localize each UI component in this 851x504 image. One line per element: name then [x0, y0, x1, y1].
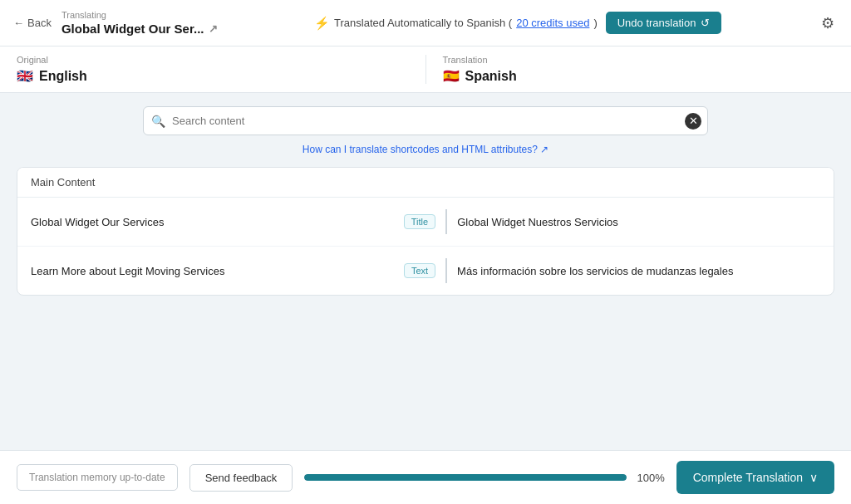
- shortcode-link[interactable]: How can I translate shortcodes and HTML …: [303, 144, 548, 155]
- translation-label: Translation: [443, 55, 835, 65]
- send-feedback-button[interactable]: Send feedback: [189, 464, 293, 492]
- type-badge-1: Title: [404, 214, 435, 229]
- translating-label: Translating: [61, 10, 219, 20]
- auto-translate-badge: ⚡ Translated Automatically to Spanish (2…: [314, 16, 598, 31]
- progress-bar-background: [304, 474, 627, 481]
- translation-memory-status: Translation memory up-to-date: [17, 464, 178, 491]
- footer: Translation memory up-to-date Send feedb…: [0, 450, 851, 504]
- external-link-icon[interactable]: ↗: [209, 22, 218, 35]
- row-divider-2: [445, 258, 447, 283]
- translation-card: Main Content Global Widget Our Services …: [17, 167, 834, 296]
- page-title-group: Translating Global Widget Our Ser... ↗: [61, 10, 219, 36]
- progress-percentage: 100%: [637, 472, 664, 484]
- translated-text-2: Más información sobre los servicios de m…: [457, 265, 820, 277]
- arrow-left-icon: ←: [13, 17, 24, 29]
- search-input[interactable]: [143, 106, 708, 135]
- table-row: Global Widget Our Services Title Global …: [17, 198, 834, 247]
- original-label: Original: [17, 55, 409, 65]
- table-row: Learn More about Legit Moving Services T…: [17, 247, 834, 295]
- external-link-small-icon: ↗: [540, 144, 548, 155]
- translation-language: 🇪🇸 Spanish: [443, 68, 835, 84]
- original-text-1: Global Widget Our Services: [31, 216, 394, 228]
- search-wrap: 🔍 ✕: [143, 106, 708, 135]
- spanish-flag-icon: 🇪🇸: [443, 68, 460, 84]
- search-clear-button[interactable]: ✕: [685, 113, 701, 130]
- translation-language-name: Spanish: [465, 69, 517, 84]
- type-badge-2: Text: [404, 263, 435, 278]
- settings-button[interactable]: ⚙: [818, 11, 838, 36]
- original-language-name: English: [39, 69, 87, 84]
- row-divider-1: [445, 209, 447, 234]
- auto-translate-notice: ⚡ Translated Automatically to Spanish (2…: [314, 12, 721, 34]
- gear-icon: ⚙: [821, 15, 834, 32]
- progress-wrap: 100%: [304, 472, 664, 484]
- main-content: 🔍 ✕ How can I translate shortcodes and H…: [0, 93, 851, 450]
- search-icon: 🔍: [151, 115, 165, 128]
- lightning-icon: ⚡: [314, 16, 330, 31]
- original-text-2: Learn More about Legit Moving Services: [31, 265, 394, 277]
- progress-bar-fill: [304, 474, 627, 481]
- complete-translation-button[interactable]: Complete Translation ∨: [676, 461, 834, 494]
- back-button[interactable]: ← Back: [13, 17, 52, 29]
- credits-used[interactable]: 20 credits used: [516, 17, 589, 29]
- translated-text-1: Global Widget Nuestros Servicios: [457, 216, 820, 228]
- shortcode-hint: How can I translate shortcodes and HTML …: [17, 144, 834, 155]
- back-label: Back: [27, 17, 52, 29]
- header: ← Back Translating Global Widget Our Ser…: [0, 0, 851, 46]
- undo-label: Undo translation: [617, 17, 696, 29]
- section-header: Main Content: [17, 168, 834, 198]
- chevron-down-icon: ∨: [809, 471, 818, 484]
- translation-language-col: Translation 🇪🇸 Spanish: [443, 55, 835, 84]
- refresh-icon: ↺: [701, 17, 710, 29]
- complete-translation-label: Complete Translation: [693, 471, 803, 484]
- original-language-col: Original 🇬🇧 English: [17, 55, 409, 84]
- undo-translation-button[interactable]: Undo translation ↺: [606, 12, 722, 34]
- page-title: Global Widget Our Ser... ↗: [61, 22, 219, 36]
- language-divider: [426, 55, 426, 84]
- original-language: 🇬🇧 English: [17, 68, 409, 84]
- auto-translate-text: Translated Automatically to Spanish (: [334, 17, 512, 29]
- language-bar: Original 🇬🇧 English Translation 🇪🇸 Spani…: [0, 46, 851, 93]
- english-flag-icon: 🇬🇧: [17, 68, 33, 84]
